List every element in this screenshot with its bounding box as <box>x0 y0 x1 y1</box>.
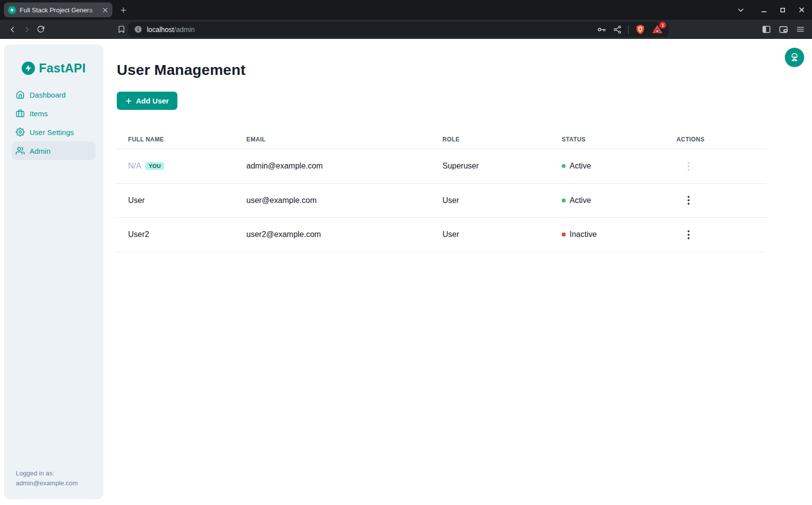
table-header-row: FULL NAMEEMAILROLESTATUSACTIONS <box>117 130 767 149</box>
fastapi-logo: FastAPI <box>4 61 103 75</box>
full-name-value: N/A <box>128 162 141 170</box>
sidebar-item-label: Items <box>30 109 48 118</box>
cell-email: admin@example.com <box>235 162 431 170</box>
main-area: User Management Add User FULL NAMEEMAILR… <box>103 39 812 505</box>
password-key-icon[interactable] <box>597 25 607 34</box>
cell-actions <box>665 194 767 207</box>
plus-icon <box>125 98 132 104</box>
page-title: User Management <box>117 62 812 78</box>
address-bar-actions: 1 <box>597 24 663 35</box>
brave-rewards-icon[interactable]: 1 <box>652 24 663 35</box>
table-row: N/AYOUadmin@example.comSuperuserActive <box>117 149 767 184</box>
tab-strip: Full Stack Project Genera <box>0 0 812 20</box>
row-actions-menu-icon[interactable] <box>685 228 692 241</box>
column-header-role: ROLE <box>431 136 550 143</box>
reload-icon[interactable] <box>34 23 47 36</box>
fastapi-bolt-icon <box>22 62 35 75</box>
add-user-button[interactable]: Add User <box>117 92 177 110</box>
browser-window: Full Stack Project Genera <box>0 0 812 505</box>
url-path: /admin <box>174 26 195 34</box>
briefcase-icon <box>16 109 25 118</box>
tab-search-icon[interactable] <box>737 6 744 14</box>
logged-in-email: admin@example.com <box>16 478 78 488</box>
menu-icon[interactable] <box>796 25 805 34</box>
status-value: Active <box>570 196 591 205</box>
add-user-label: Add User <box>136 97 169 105</box>
new-tab-icon[interactable] <box>120 6 127 14</box>
bookmark-icon[interactable] <box>114 23 128 36</box>
cell-status: Inactive <box>550 230 665 239</box>
full-name-value: User <box>128 196 145 205</box>
sidebar-item-dashboard[interactable]: Dashboard <box>12 85 96 104</box>
url-host: localhost <box>147 26 174 34</box>
cell-actions <box>665 228 767 241</box>
cell-full-name: N/AYOU <box>117 162 235 170</box>
status-value: Active <box>570 162 591 170</box>
site-info-icon[interactable] <box>134 25 142 34</box>
cell-role: Superuser <box>431 162 550 170</box>
address-bar[interactable]: localhost/admin 1 <box>128 22 669 37</box>
back-icon[interactable] <box>6 23 20 36</box>
sidebar: FastAPI DashboardItemsUser SettingsAdmin… <box>4 44 103 499</box>
column-header-actions: ACTIONS <box>665 136 767 143</box>
table-row: Useruser@example.comUserActive <box>117 184 767 218</box>
address-bar-separator <box>628 25 629 34</box>
full-name-value: User2 <box>128 230 149 239</box>
cell-full-name: User2 <box>117 230 235 239</box>
column-header-email: EMAIL <box>235 136 431 143</box>
cell-actions <box>665 160 767 173</box>
page-content: FastAPI DashboardItemsUser SettingsAdmin… <box>0 39 812 505</box>
browser-toolbar: localhost/admin 1 <box>0 20 812 39</box>
table-row: User2user2@example.comUserInactive <box>117 218 767 252</box>
minimize-icon[interactable] <box>761 7 767 13</box>
url-text: localhost/admin <box>147 26 195 34</box>
sidebar-item-user-settings[interactable]: User Settings <box>12 123 96 141</box>
cell-status: Active <box>550 162 665 170</box>
sidebar-item-items[interactable]: Items <box>12 104 96 123</box>
you-badge: YOU <box>145 162 165 170</box>
fastapi-favicon-icon <box>8 6 16 14</box>
sidebar-panel-icon[interactable] <box>762 25 771 34</box>
share-icon[interactable] <box>613 25 622 34</box>
cell-role: User <box>431 230 550 239</box>
home-icon <box>16 90 25 99</box>
status-dot-icon <box>562 233 566 236</box>
fastapi-logo-text: FastAPI <box>39 61 86 75</box>
sidebar-nav: DashboardItemsUser SettingsAdmin <box>4 85 103 160</box>
user-astronaut-icon <box>789 52 800 63</box>
row-actions-menu-icon[interactable] <box>685 194 692 207</box>
rewards-notification-badge: 1 <box>659 22 666 29</box>
tab-title: Full Stack Project Genera <box>20 6 99 14</box>
users-icon <box>16 146 25 155</box>
users-table: FULL NAMEEMAILROLESTATUSACTIONS N/AYOUad… <box>117 130 767 252</box>
cell-role: User <box>431 196 550 205</box>
column-header-full-name: FULL NAME <box>117 136 235 143</box>
wallet-icon[interactable] <box>778 25 788 34</box>
sidebar-footer: Logged in as: admin@example.com <box>16 469 78 488</box>
close-window-icon[interactable] <box>798 6 805 13</box>
column-header-status: STATUS <box>550 136 665 143</box>
sidebar-item-label: Dashboard <box>30 91 66 99</box>
sidebar-item-label: Admin <box>30 147 51 155</box>
table-body: N/AYOUadmin@example.comSuperuserActiveUs… <box>117 149 767 252</box>
row-actions-menu-icon <box>685 160 692 173</box>
window-controls <box>737 0 805 20</box>
logged-in-label: Logged in as: <box>16 469 78 478</box>
cell-email: user@example.com <box>235 196 431 205</box>
settings-icon <box>16 128 25 136</box>
cell-status: Active <box>550 196 665 205</box>
sidebar-item-admin[interactable]: Admin <box>12 141 96 160</box>
sidebar-item-label: User Settings <box>30 128 74 136</box>
toolbar-right-actions <box>762 25 806 34</box>
status-dot-icon <box>562 164 566 168</box>
cell-email: user2@example.com <box>235 230 431 239</box>
forward-icon[interactable] <box>20 23 34 36</box>
user-menu-button[interactable] <box>785 48 804 67</box>
tab-close-icon[interactable] <box>102 7 108 13</box>
status-dot-icon <box>562 199 566 202</box>
brave-shield-icon[interactable] <box>635 24 645 34</box>
cell-full-name: User <box>117 196 235 205</box>
maximize-icon[interactable] <box>779 7 786 13</box>
status-value: Inactive <box>570 230 597 239</box>
browser-tab[interactable]: Full Stack Project Genera <box>4 2 112 17</box>
